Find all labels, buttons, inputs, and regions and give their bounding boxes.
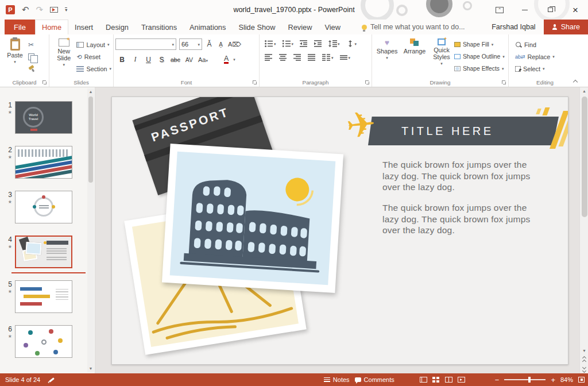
zoom-out-button[interactable]: − <box>495 376 500 384</box>
start-slideshow-icon[interactable] <box>50 7 58 13</box>
drawing-dialog-launcher[interactable] <box>502 80 506 85</box>
replace-button[interactable]: ab⇄Replace▾ <box>515 52 579 61</box>
change-case-button[interactable]: Aa▾ <box>198 56 208 63</box>
minimize-button[interactable] <box>512 0 537 20</box>
decrease-indent-button[interactable] <box>299 39 309 48</box>
paragraph-dialog-launcher[interactable] <box>365 80 370 85</box>
zoom-percentage[interactable]: 84% <box>560 376 573 383</box>
bullets-button[interactable]: ▾ <box>264 39 277 48</box>
scroll-up-icon[interactable]: ▲ <box>580 87 588 95</box>
slideshow-view-button[interactable] <box>458 377 465 383</box>
slide-thumbnail-6[interactable]: 6★ <box>3 325 95 358</box>
find-button[interactable]: Find <box>515 40 579 49</box>
next-slide-button[interactable] <box>580 364 588 373</box>
underline-button[interactable]: U <box>144 56 153 64</box>
paste-button[interactable]: Paste ▾ <box>2 37 28 74</box>
scrollbar-thumb[interactable] <box>582 96 587 217</box>
slide-paragraph-1[interactable]: The quick brown fox jumps over the lazy … <box>382 159 544 193</box>
customize-qat-icon[interactable]: ▾ <box>65 7 67 12</box>
layout-button[interactable]: Layout▾ <box>76 40 111 49</box>
select-button[interactable]: Select▾ <box>515 64 579 74</box>
slide-thumbnail-1[interactable]: 1★ World Travel <box>3 101 95 134</box>
shapes-button[interactable]: ♥ Shapes ▾ <box>374 37 400 74</box>
scrollbar-thumb[interactable] <box>88 96 93 183</box>
vertical-scrollbar[interactable]: ▲ ▼ <box>579 87 588 373</box>
restore-button[interactable] <box>537 0 563 20</box>
shrink-font-button[interactable]: A̮ <box>216 41 225 48</box>
notes-button[interactable]: Notes <box>324 376 350 383</box>
align-center-button[interactable] <box>278 53 288 62</box>
slide-thumbnail-5[interactable]: 5★ <box>3 280 95 313</box>
tab-review[interactable]: Review <box>281 20 318 34</box>
italic-button[interactable]: I <box>131 55 140 64</box>
redo-icon[interactable]: ↷ <box>36 5 44 15</box>
clear-formatting-button[interactable]: A⌦ <box>228 41 241 48</box>
tab-home[interactable]: Home <box>35 20 68 34</box>
slide-sorter-view-button[interactable] <box>432 377 440 383</box>
previous-slide-button[interactable] <box>580 355 588 364</box>
slide-paragraph-2[interactable]: The quick brown fox jumps over the lazy … <box>382 202 544 236</box>
scroll-down-icon[interactable]: ▼ <box>87 365 94 372</box>
justify-button[interactable] <box>307 53 317 62</box>
comments-button[interactable]: Comments <box>355 376 394 383</box>
character-spacing-button[interactable]: AV <box>185 56 194 63</box>
font-color-button[interactable]: A <box>224 55 229 64</box>
numbering-button[interactable]: ▾ <box>281 39 295 48</box>
grow-font-button[interactable]: Ǎ <box>205 40 214 48</box>
colosseum-photo[interactable] <box>162 144 343 293</box>
tell-me-search[interactable]: Tell me what you want to do... <box>362 20 465 34</box>
shape-effects-button[interactable]: Shape Effects▾ <box>454 64 505 74</box>
tab-animations[interactable]: Animations <box>183 20 232 34</box>
columns-button[interactable]: ▾ <box>321 53 335 62</box>
tab-insert[interactable]: Insert <box>68 20 99 34</box>
shape-fill-button[interactable]: Shape Fill▾ <box>454 40 505 49</box>
slide-indicator[interactable]: Slide 4 of 24 <box>5 376 40 383</box>
slide-editor[interactable]: PASSPORT <box>111 96 568 365</box>
undo-icon[interactable]: ↶ <box>22 5 29 15</box>
align-left-button[interactable] <box>264 53 274 62</box>
fit-slide-to-window-button[interactable] <box>578 377 585 383</box>
reading-view-button[interactable] <box>445 377 452 383</box>
text-direction-button[interactable]: ▾ <box>345 39 358 48</box>
shape-outline-button[interactable]: Shape Outline▾ <box>454 52 505 61</box>
font-name-combo[interactable]: ▾ <box>115 38 176 50</box>
align-text-button[interactable]: ▾ <box>339 53 352 62</box>
section-button[interactable]: Section▾ <box>76 64 111 74</box>
clipboard-dialog-launcher[interactable] <box>42 80 47 85</box>
slide-thumbnail-2[interactable]: 2★ <box>3 146 95 179</box>
scroll-down-icon[interactable]: ▼ <box>580 347 588 355</box>
bold-button[interactable]: B <box>118 56 126 64</box>
slide-thumbnail-3[interactable]: 3★ <box>3 191 95 223</box>
format-painter-button[interactable] <box>28 64 35 74</box>
arrange-button[interactable]: Arrange <box>400 37 429 74</box>
slide-title[interactable]: TITLE HERE <box>401 117 494 145</box>
zoom-slider-thumb[interactable] <box>528 377 531 383</box>
scroll-up-icon[interactable]: ▲ <box>87 88 94 95</box>
ribbon-display-options-button[interactable]: ⌃ <box>487 0 512 20</box>
account-name[interactable]: Farshad Iqbal <box>492 20 535 34</box>
tab-slideshow[interactable]: Slide Show <box>232 20 281 34</box>
collapse-ribbon-button[interactable] <box>573 79 578 83</box>
tab-transitions[interactable]: Transitions <box>135 20 183 34</box>
zoom-slider[interactable] <box>504 379 546 380</box>
font-dialog-launcher[interactable] <box>253 80 257 85</box>
reset-button[interactable]: ⟲Reset <box>76 52 111 61</box>
powerpoint-app-icon[interactable]: P <box>6 5 15 14</box>
share-button[interactable]: Share <box>544 20 588 34</box>
tab-file[interactable]: File <box>5 20 35 34</box>
zoom-in-button[interactable]: + <box>551 376 555 384</box>
thumbnail-scrollbar[interactable]: ▲ ▼ <box>87 88 94 372</box>
increase-indent-button[interactable] <box>313 39 323 48</box>
slide-thumbnail-4-selected[interactable]: 4★ <box>3 236 95 268</box>
strikethrough-button[interactable]: abc <box>171 56 180 63</box>
text-shadow-button[interactable]: S <box>157 56 166 64</box>
line-spacing-button[interactable]: ▾ <box>327 39 341 48</box>
align-right-button[interactable] <box>292 53 303 62</box>
normal-view-button[interactable] <box>420 377 427 383</box>
close-button[interactable]: × <box>563 0 588 20</box>
quick-styles-button[interactable]: Quick Styles ▾ <box>429 37 454 74</box>
new-slide-button[interactable]: New Slide ▾ <box>51 37 76 74</box>
font-size-combo[interactable]: 66▾ <box>179 38 202 50</box>
tab-design[interactable]: Design <box>99 20 135 34</box>
copy-button[interactable] <box>28 52 35 61</box>
